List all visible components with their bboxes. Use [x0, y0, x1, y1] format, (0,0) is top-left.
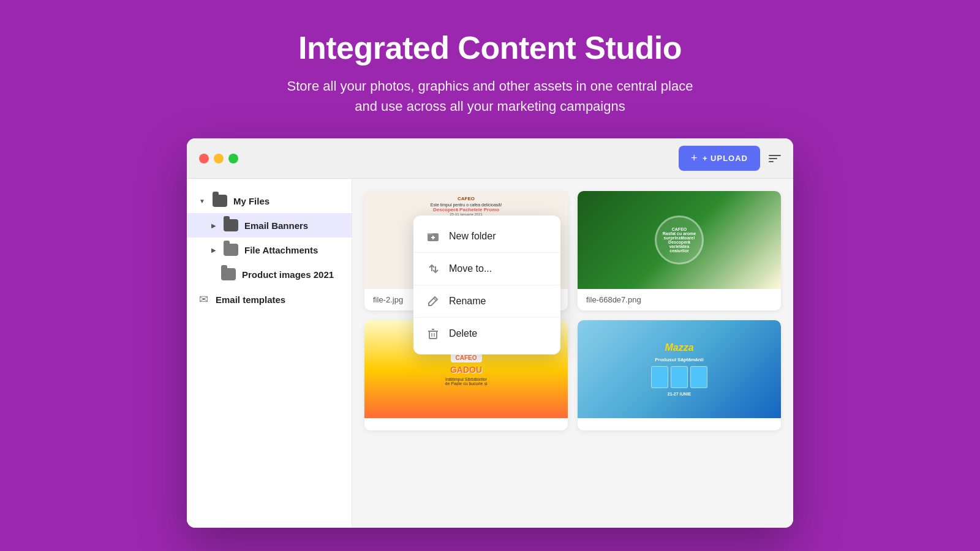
sidebar-item-email-templates[interactable]: ✉ Email templates: [187, 287, 352, 312]
context-menu-new-folder[interactable]: New folder: [413, 220, 560, 253]
sidebar-item-label: Product images 2021: [242, 269, 334, 280]
chevron-right-icon: ▶: [211, 247, 216, 253]
email-icon: ✉: [199, 293, 208, 306]
folder-icon: [213, 195, 227, 207]
folder-icon: [221, 268, 236, 280]
folder-plus-icon: [426, 229, 440, 244]
sidebar-item-email-banners[interactable]: ▶ Email Banners: [187, 213, 352, 238]
pencil-icon: [426, 294, 440, 309]
sidebar-item-label: My Files: [233, 196, 270, 206]
traffic-light-minimize[interactable]: [214, 154, 224, 163]
image-thumb: Mazza Produsul Săptămânii 21-27 IUNIE: [578, 320, 781, 418]
trash-icon: [426, 326, 440, 341]
context-menu: New folder Move to...: [413, 216, 560, 354]
sidebar-item-my-files[interactable]: ▼ My Files: [187, 189, 352, 213]
sidebar: ▼ My Files ▶ Email Banners ▶ File Attach…: [187, 179, 352, 528]
context-menu-item-label: Rename: [449, 296, 486, 307]
svg-rect-6: [429, 331, 437, 339]
context-menu-rename[interactable]: Rename: [413, 285, 560, 318]
plus-icon: +: [691, 152, 698, 165]
context-menu-item-label: Move to...: [449, 263, 492, 274]
context-menu-item-label: Delete: [449, 328, 477, 339]
sidebar-item-label: Email templates: [216, 294, 285, 305]
sidebar-item-file-attachments[interactable]: ▶ File Attachments: [187, 238, 352, 262]
context-menu-item-label: New folder: [449, 231, 496, 242]
title-bar: + + UPLOAD: [187, 138, 793, 179]
main-layout: ▼ My Files ▶ Email Banners ▶ File Attach…: [187, 179, 793, 528]
sort-icon[interactable]: [769, 155, 781, 162]
move-icon: [426, 261, 440, 276]
traffic-lights: [199, 154, 238, 163]
traffic-light-close[interactable]: [199, 154, 209, 163]
image-filename: file-668de7.png: [578, 289, 781, 310]
folder-icon: [224, 219, 238, 231]
upload-button[interactable]: + + UPLOAD: [679, 146, 760, 171]
folder-icon: [224, 244, 238, 256]
sidebar-item-product-images[interactable]: Product images 2021: [187, 262, 352, 287]
title-bar-actions: + + UPLOAD: [679, 146, 781, 171]
chevron-right-icon: ▶: [211, 222, 216, 229]
context-menu-delete[interactable]: Delete: [413, 318, 560, 350]
image-filename: [364, 418, 568, 430]
sidebar-item-label: File Attachments: [244, 245, 318, 255]
chevron-down-icon: ▼: [199, 198, 205, 204]
content-area: CAFEO Este timpul pentru o cafea delicio…: [352, 179, 793, 528]
hero-section: Integrated Content Studio Store all your…: [287, 0, 693, 138]
image-card[interactable]: CAFEORasfat cu arome surprinzătoare!Desc…: [578, 191, 781, 310]
image-card[interactable]: Mazza Produsul Săptămânii 21-27 IUNIE: [578, 320, 781, 430]
app-window: + + UPLOAD ▼ My Files ▶ Email B: [187, 138, 793, 528]
hero-title: Integrated Content Studio: [287, 29, 693, 66]
image-thumb: CAFEORasfat cu arome surprinzătoare!Desc…: [578, 191, 781, 289]
hero-subtitle: Store all your photos, graphics and othe…: [287, 76, 693, 116]
traffic-light-maximize[interactable]: [228, 154, 238, 163]
sidebar-item-label: Email Banners: [244, 220, 308, 231]
image-filename: [578, 418, 781, 430]
context-menu-move-to[interactable]: Move to...: [413, 253, 560, 285]
